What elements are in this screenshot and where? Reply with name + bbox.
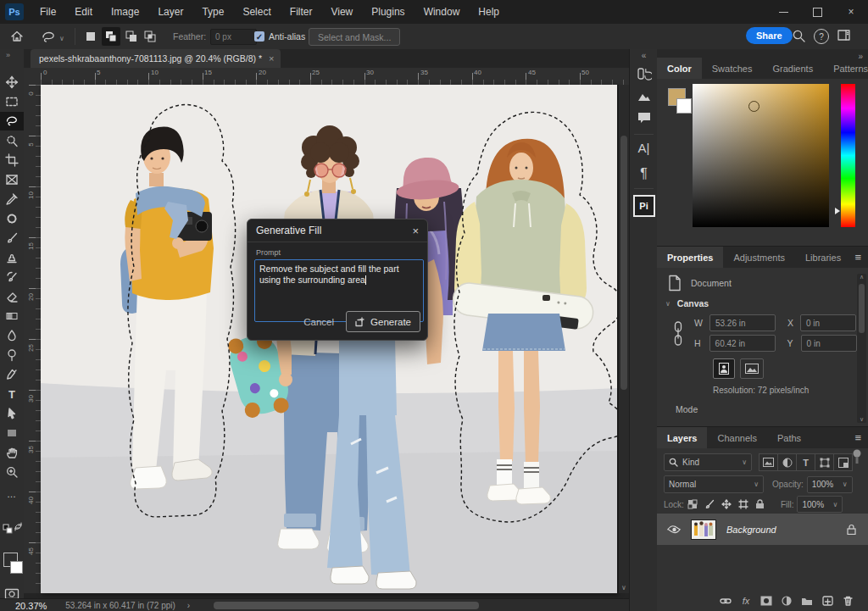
opacity-input[interactable]: 100% ∨ <box>807 476 853 493</box>
filter-smart-objects-icon[interactable] <box>834 453 853 471</box>
panels-collapse-icon[interactable]: » <box>858 52 863 61</box>
filter-type-layers-icon[interactable]: T <box>797 453 815 471</box>
help-icon[interactable]: ? <box>814 29 829 44</box>
share-button[interactable]: Share <box>746 27 793 44</box>
toolbar-collapse-icon[interactable]: » <box>6 51 10 59</box>
menu-help[interactable]: Help <box>469 0 509 24</box>
default-colors-icon[interactable] <box>3 524 13 534</box>
properties-scrollbar[interactable]: ∧ ∨ <box>857 274 866 423</box>
history-brush-tool[interactable] <box>0 268 24 286</box>
type-tool[interactable]: T <box>0 385 24 403</box>
menu-edit[interactable]: Edit <box>65 0 102 24</box>
canvas-x-input[interactable]: 0 in <box>800 314 856 331</box>
select-and-mask-button[interactable]: Select and Mask... <box>309 28 400 46</box>
canvas-width-input[interactable]: 53.26 in <box>709 314 776 331</box>
scroll-down-icon[interactable]: ∨ <box>857 416 866 423</box>
fill-input[interactable]: 100% ∨ <box>797 496 843 513</box>
zoom-level[interactable]: 20.37% <box>15 601 47 611</box>
hue-slider-marker[interactable] <box>835 208 840 214</box>
generate-button[interactable]: Generate <box>346 311 420 332</box>
blur-tool[interactable] <box>0 326 24 345</box>
libraries-panel-icon[interactable] <box>630 90 658 102</box>
properties-panel-menu-icon[interactable]: ≡ <box>854 253 861 262</box>
menu-view[interactable]: View <box>321 0 362 24</box>
home-icon[interactable] <box>10 30 24 43</box>
pen-tool[interactable] <box>0 365 24 384</box>
status-chevron-icon[interactable]: › <box>187 601 190 610</box>
add-to-selection-mode-icon[interactable] <box>102 27 120 46</box>
shape-tool[interactable] <box>0 424 24 442</box>
portrait-orientation-button[interactable] <box>713 358 735 379</box>
path-selection-tool[interactable] <box>0 404 24 423</box>
anti-alias-checkbox[interactable]: ✓ <box>254 31 264 42</box>
menu-layer[interactable]: Layer <box>148 0 192 24</box>
layer-lock-icon[interactable] <box>847 524 856 535</box>
lasso-tool-preset-icon[interactable] <box>41 30 56 43</box>
tab-layers[interactable]: Layers <box>657 427 707 448</box>
document-tab[interactable]: pexels-shkrabaanthony-7081113.jpg @ 20.4… <box>31 49 281 68</box>
edit-toolbar-icon[interactable]: … <box>0 485 24 503</box>
menu-image[interactable]: Image <box>102 0 148 24</box>
vertical-scrollbar[interactable]: ∨ <box>619 85 629 593</box>
close-button[interactable]: × <box>834 0 868 24</box>
layer-filter-kind-dropdown[interactable]: Kind ∨ <box>664 453 752 471</box>
filter-pixel-layers-icon[interactable] <box>759 453 778 471</box>
scroll-down-icon[interactable]: ∨ <box>619 584 629 592</box>
lasso-tool[interactable] <box>0 112 24 131</box>
menu-window[interactable]: Window <box>415 0 470 24</box>
hue-slider[interactable] <box>841 84 855 227</box>
tab-adjustments[interactable]: Adjustments <box>723 247 795 268</box>
layer-row-background[interactable]: Background <box>657 514 868 545</box>
link-dimensions-icon[interactable] <box>672 321 684 347</box>
lock-position-icon[interactable] <box>718 497 735 512</box>
paragraph-panel-icon[interactable]: ¶ <box>630 166 658 181</box>
object-selection-tool[interactable] <box>0 131 24 150</box>
tab-paths[interactable]: Paths <box>767 427 811 448</box>
plugins-panel-icon[interactable]: Pi <box>630 195 658 217</box>
layers-panel-menu-icon[interactable]: ≡ <box>854 434 861 442</box>
swap-colors-icon[interactable] <box>14 522 23 531</box>
eyedropper-tool[interactable] <box>0 190 24 208</box>
adjustment-layer-icon[interactable] <box>777 593 796 608</box>
document-tab-close-icon[interactable]: × <box>269 53 274 64</box>
tab-libraries[interactable]: Libraries <box>795 247 851 268</box>
canvas-collapse-icon[interactable]: ∨ <box>665 300 670 308</box>
minimize-button[interactable] <box>766 0 800 24</box>
intersect-selection-mode-icon[interactable] <box>141 27 159 46</box>
lock-all-icon[interactable] <box>752 497 769 512</box>
frame-tool[interactable] <box>0 170 24 189</box>
filter-adjustment-layers-icon[interactable] <box>778 453 797 471</box>
delete-layer-icon[interactable] <box>838 593 857 608</box>
history-panel-icon[interactable] <box>630 66 658 81</box>
rectangular-marquee-tool[interactable] <box>0 92 24 111</box>
clone-stamp-tool[interactable] <box>0 248 24 267</box>
spot-healing-brush-tool[interactable] <box>0 209 24 228</box>
cancel-button[interactable]: Cancel <box>303 317 334 327</box>
tab-gradients[interactable]: Gradients <box>762 58 823 79</box>
dodge-tool[interactable] <box>0 346 24 364</box>
add-layer-mask-icon[interactable] <box>757 593 776 608</box>
new-layer-icon[interactable] <box>818 593 837 608</box>
properties-scrollbar-thumb[interactable] <box>859 284 865 333</box>
eraser-tool[interactable] <box>0 287 24 306</box>
menu-filter[interactable]: Filter <box>281 0 322 24</box>
menu-file[interactable]: File <box>31 0 65 24</box>
tab-color[interactable]: Color <box>657 58 702 79</box>
maximize-button[interactable] <box>800 0 834 24</box>
gradient-tool[interactable] <box>0 307 24 325</box>
hand-tool[interactable] <box>0 443 24 462</box>
new-group-icon[interactable] <box>798 593 816 608</box>
crop-tool[interactable] <box>0 151 24 169</box>
filter-shape-layers-icon[interactable] <box>815 453 834 471</box>
move-tool[interactable] <box>0 73 24 92</box>
character-panel-icon[interactable]: A| <box>630 141 658 155</box>
tab-swatches[interactable]: Swatches <box>702 58 763 79</box>
new-selection-mode-icon[interactable] <box>81 27 100 46</box>
canvas-height-input[interactable]: 60.42 in <box>709 335 776 352</box>
vertical-scrollbar-thumb[interactable] <box>620 136 627 390</box>
tool-preset-chevron-icon[interactable]: ∨ <box>59 35 64 42</box>
layer-style-fx-icon[interactable]: fx <box>737 593 755 608</box>
canvas-y-input[interactable]: 0 in <box>801 335 857 352</box>
lock-artboard-icon[interactable] <box>735 497 752 512</box>
scroll-up-icon[interactable]: ∧ <box>857 274 866 281</box>
